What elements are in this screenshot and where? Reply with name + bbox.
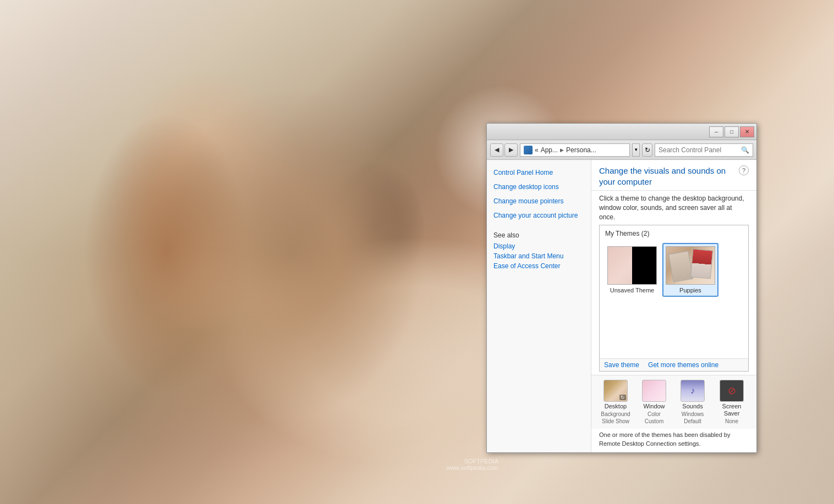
forward-button[interactable]: ▶ — [504, 143, 518, 157]
content-description: Click a theme to change the desktop back… — [591, 191, 756, 225]
themes-content[interactable]: My Themes (2) Unsaved Theme Pu — [600, 225, 748, 358]
watermark: SOFTPEDIA www.softpedia.com — [446, 458, 498, 471]
screensaver-label: Screen Saver — [715, 403, 749, 417]
screensaver-icon — [720, 380, 744, 402]
theme-item-unsaved[interactable]: Unsaved Theme — [604, 243, 660, 297]
see-also-title: See also — [493, 231, 584, 239]
path-prefix: « — [535, 146, 539, 154]
get-more-themes-link[interactable]: Get more themes online — [648, 361, 718, 369]
sidebar: Control Panel Home Change desktop icons … — [487, 160, 591, 452]
puppies-theme-label: Puppies — [679, 287, 701, 293]
bottom-toolbar: Desktop Background Slide Show Window Col… — [591, 375, 756, 429]
toolbar-item-desktop-background[interactable]: Desktop Background Slide Show — [599, 380, 632, 424]
toolbar-item-sounds[interactable]: Sounds Windows Default — [676, 380, 709, 424]
sounds-icon — [681, 380, 705, 402]
window-color-icon — [642, 380, 666, 402]
theme-item-puppies[interactable]: Puppies — [662, 243, 718, 297]
desktop-background-label: Desktop — [605, 403, 627, 410]
toolbar-item-window-color[interactable]: Window Color Custom — [638, 380, 671, 424]
close-button[interactable]: ✕ — [740, 126, 754, 137]
sidebar-item-control-panel-home[interactable]: Control Panel Home — [487, 165, 591, 180]
main-content: Control Panel Home Change desktop icons … — [487, 160, 756, 452]
window-color-label: Window — [643, 403, 665, 410]
sidebar-item-display[interactable]: Display — [493, 242, 584, 250]
desktop-background-extra: Slide Show — [602, 418, 629, 424]
nav-buttons: ◀ ▶ — [490, 143, 518, 157]
path-part1: App... — [541, 146, 558, 154]
content-header: Change the visuals and sounds on your co… — [591, 160, 756, 191]
help-icon[interactable]: ? — [739, 165, 749, 175]
sounds-sublabel: Windows — [682, 411, 704, 417]
sounds-label: Sounds — [682, 403, 703, 410]
warning-text: One or more of the themes has been disab… — [591, 429, 756, 452]
window-color-sublabel: Color — [648, 411, 661, 417]
unsaved-theme-thumbnail — [607, 246, 657, 285]
control-panel-window: – □ ✕ ◀ ▶ « App... ▶ Persona... ▼ ↻ 🔍 Co… — [486, 123, 757, 453]
address-icon — [524, 146, 533, 154]
title-bar: – □ ✕ — [487, 124, 756, 140]
content-title: Change the visuals and sounds on your co… — [599, 165, 736, 187]
refresh-button[interactable]: ↻ — [642, 143, 652, 157]
minimize-button[interactable]: – — [709, 126, 723, 137]
save-theme-link[interactable]: Save theme — [604, 361, 639, 369]
toolbar-item-screen-saver[interactable]: Screen Saver None — [715, 380, 749, 424]
desktop-background-icon — [603, 380, 628, 402]
address-dropdown-button[interactable]: ▼ — [632, 143, 640, 157]
path-part2: Persona... — [566, 146, 596, 154]
themes-section-label: My Themes (2) — [603, 229, 745, 239]
sidebar-see-also: See also Display Taskbar and Start Menu … — [487, 231, 591, 270]
sidebar-item-ease-of-access[interactable]: Ease of Access Center — [493, 262, 584, 270]
puppies-theme-thumbnail — [666, 246, 715, 285]
screensaver-extra: None — [725, 418, 738, 424]
themes-scroll-area: My Themes (2) Unsaved Theme Pu — [599, 225, 749, 371]
right-content: Change the visuals and sounds on your co… — [591, 160, 756, 452]
maximize-button[interactable]: □ — [725, 126, 739, 137]
address-path[interactable]: « App... ▶ Persona... — [520, 143, 630, 157]
sidebar-item-mouse-pointers[interactable]: Change mouse pointers — [487, 194, 591, 208]
title-bar-buttons: – □ ✕ — [709, 126, 754, 137]
sidebar-item-account-picture[interactable]: Change your account picture — [487, 208, 591, 223]
themes-footer: Save theme Get more themes online — [600, 358, 748, 371]
search-icon[interactable]: 🔍 — [741, 146, 749, 154]
search-box: 🔍 — [655, 143, 753, 157]
unsaved-theme-label: Unsaved Theme — [610, 287, 655, 293]
sidebar-item-desktop-icons[interactable]: Change desktop icons — [487, 180, 591, 194]
sidebar-item-taskbar[interactable]: Taskbar and Start Menu — [493, 252, 584, 260]
back-button[interactable]: ◀ — [490, 143, 503, 157]
address-bar: ◀ ▶ « App... ▶ Persona... ▼ ↻ 🔍 — [487, 140, 756, 160]
search-input[interactable] — [659, 146, 741, 154]
desktop-background-sublabel: Background — [601, 411, 630, 417]
themes-wrapper: My Themes (2) Unsaved Theme Pu — [599, 225, 749, 371]
sounds-extra: Default — [684, 418, 701, 424]
window-color-extra: Custom — [645, 418, 663, 424]
path-separator: ▶ — [560, 147, 564, 153]
themes-grid: Unsaved Theme Puppies — [603, 242, 745, 298]
